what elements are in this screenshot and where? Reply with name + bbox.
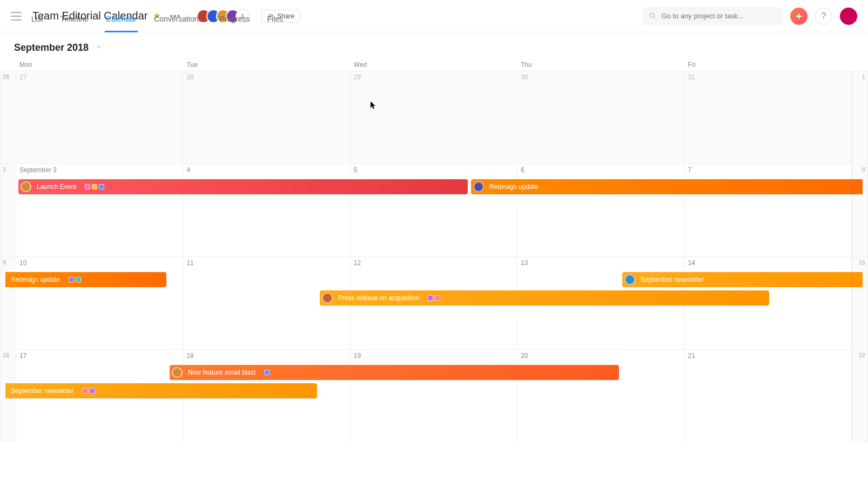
tag-swatch [264, 370, 270, 375]
assignee-avatar [172, 367, 183, 378]
weekday-label: Mon [16, 59, 183, 71]
current-user-avatar[interactable] [840, 8, 857, 25]
event-title: New feature email blast [188, 369, 255, 376]
search-icon [649, 12, 656, 20]
day-cell[interactable]: 20 [517, 350, 684, 442]
assignee-avatar [624, 274, 635, 285]
assignee-avatar [21, 181, 31, 192]
tag-swatch [428, 295, 433, 301]
cursor-icon [370, 101, 376, 110]
tag-swatch [69, 277, 74, 282]
tab-progress[interactable]: Progress [219, 15, 251, 32]
tag-swatch [85, 184, 90, 189]
calendar-grid: Mon Tue Wed Thu Fri 26 27 28 29 30 31 1 … [0, 59, 868, 442]
event-launch-event[interactable]: Launch Event [18, 179, 468, 194]
event-tags [83, 388, 95, 394]
event-redesign-update[interactable]: Redesign update [471, 179, 863, 194]
weekday-label: Tue [183, 59, 350, 71]
tag-swatch [92, 184, 97, 189]
saturday-gutter[interactable]: 1 [852, 71, 868, 164]
search-input[interactable] [662, 12, 777, 20]
help-button[interactable]: ? [815, 8, 832, 25]
day-cell[interactable]: 6 [517, 164, 684, 256]
weekday-label: Wed [351, 59, 517, 71]
day-cell[interactable]: 21 [685, 350, 852, 442]
calendar-week: 9 10 11 12 13 14 15 Redesign update Sept… [0, 256, 868, 349]
day-cell[interactable]: 30 [517, 71, 684, 164]
assignee-avatar [473, 181, 484, 192]
calendar-header: September 2018 [0, 32, 868, 59]
event-tags [85, 184, 104, 189]
tab-calendar[interactable]: Calendar [105, 15, 138, 32]
event-title: September newsletter [11, 387, 74, 395]
event-title: Launch Event [37, 183, 76, 191]
month-dropdown-chevron-icon[interactable] [95, 43, 103, 53]
event-sept-newsletter-cont[interactable]: September newsletter [5, 383, 317, 398]
tag-swatch [76, 277, 81, 282]
svg-line-3 [653, 17, 655, 18]
weekday-label: Thu [517, 59, 684, 71]
sunday-gutter[interactable]: 26 [0, 71, 16, 164]
event-tags [428, 295, 440, 301]
day-cell[interactable]: 10 [16, 257, 183, 349]
saturday-gutter[interactable]: 8 [852, 164, 868, 256]
tab-list[interactable]: List [30, 15, 44, 32]
menu-icon[interactable] [11, 12, 22, 21]
svg-point-2 [650, 13, 654, 17]
day-cell[interactable]: 7 [685, 164, 852, 256]
tag-swatch [435, 295, 440, 301]
assignee-avatar [322, 293, 333, 303]
month-label[interactable]: September 2018 [14, 42, 89, 53]
view-tabs: List Timeline Calendar Conversations Pro… [30, 15, 284, 32]
event-title: Redesign update [11, 276, 60, 283]
day-cell[interactable]: 29 [351, 71, 517, 164]
calendar-week: 16 17 18 19 20 21 22 New feature email b… [0, 349, 868, 442]
day-cell[interactable]: 31 [685, 71, 852, 164]
search-box[interactable] [642, 7, 783, 25]
event-new-feature-blast[interactable]: New feature email blast [170, 365, 619, 380]
plus-icon [795, 12, 803, 21]
day-cell[interactable]: 4 [183, 164, 350, 256]
tab-conversations[interactable]: Conversations [153, 15, 204, 32]
weekday-row: Mon Tue Wed Thu Fri [0, 59, 868, 71]
quick-add-button[interactable] [790, 8, 808, 25]
day-cell[interactable]: 28 [183, 71, 350, 164]
day-cell[interactable]: 19 [351, 350, 517, 442]
calendar-week: 2 September 3 4 5 6 7 8 Launch Event Red… [0, 164, 868, 256]
event-sept-newsletter[interactable]: September newsletter [622, 272, 863, 287]
sunday-gutter[interactable]: 9 [0, 257, 16, 349]
sunday-gutter[interactable]: 2 [0, 164, 16, 256]
event-title: Redesign update [489, 183, 539, 191]
tab-timeline[interactable]: Timeline [59, 15, 90, 32]
event-press-release[interactable]: Press release on acquisition [320, 290, 769, 306]
event-tags [264, 370, 270, 375]
day-cell[interactable]: 27 [16, 71, 183, 164]
tag-swatch [83, 388, 88, 394]
tab-files[interactable]: Files [266, 15, 285, 32]
event-title: Press release on acquisition [338, 294, 419, 302]
top-bar: Team Editorial Calendar ★ ••• 6 Share ? … [0, 0, 868, 32]
day-cell[interactable]: 5 [351, 164, 517, 256]
event-title: September newsletter [641, 276, 704, 283]
weekday-label: Fri [685, 59, 852, 71]
calendar-week: 26 27 28 29 30 31 1 [0, 71, 868, 164]
tag-swatch [90, 388, 95, 394]
saturday-gutter[interactable]: 15 [852, 257, 868, 349]
event-tags [69, 277, 81, 282]
day-cell[interactable]: September 3 [16, 164, 183, 256]
event-redesign-update-cont[interactable]: Redesign update [5, 272, 166, 287]
saturday-gutter[interactable]: 22 [852, 350, 868, 442]
tag-swatch [99, 184, 104, 189]
